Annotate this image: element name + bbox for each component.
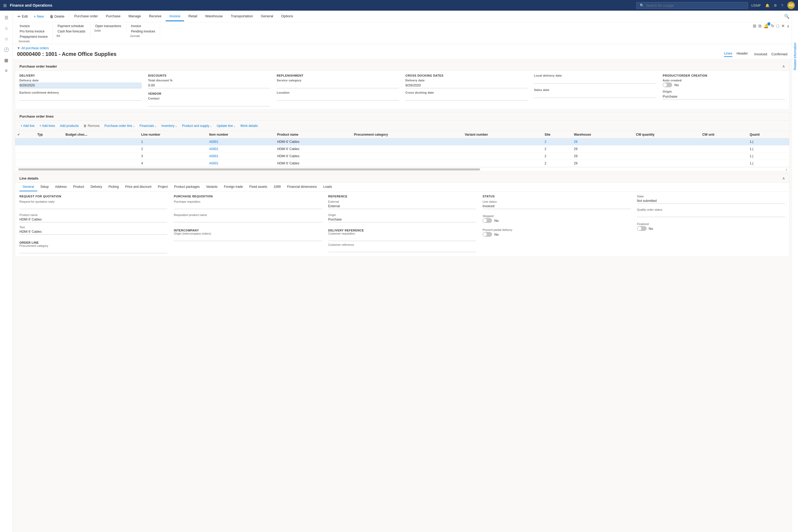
stopped-toggle-track[interactable] <box>482 218 492 223</box>
table-row[interactable]: 3 A0001 HDMI 6' Cables 2 29 1.( <box>15 153 789 160</box>
sidebar-recent[interactable]: 🕐 <box>2 45 11 54</box>
col-warehouse[interactable]: Warehouse <box>572 131 634 138</box>
ribbon-collapse-icon[interactable]: ∧ <box>787 24 790 28</box>
origin-value[interactable]: Purchase <box>663 94 785 99</box>
ld-tab-foreign-trade[interactable]: Foreign trade <box>221 183 246 191</box>
col-variant[interactable]: Variant number <box>462 131 543 138</box>
ribbon-copy-icon[interactable]: ⧉ <box>758 24 761 28</box>
user-avatar[interactable]: AD <box>787 2 795 9</box>
search-bar[interactable]: 🔍 <box>636 2 748 9</box>
col-cw-unit[interactable]: CW unit <box>700 131 747 138</box>
cell-item-number[interactable]: A0001 <box>207 146 275 153</box>
ld-tab-loads[interactable]: Loads <box>320 183 335 191</box>
table-scrollbar[interactable]: › <box>15 167 789 171</box>
tab-manage[interactable]: Manage <box>125 12 145 21</box>
col-budget[interactable]: Budget chec... <box>63 131 139 138</box>
external-value[interactable]: External <box>328 204 476 209</box>
prevent-partial-toggle-track[interactable] <box>482 232 492 237</box>
ribbon-pro-forma[interactable]: Pro forma invoice <box>18 29 49 34</box>
ld-tab-product-packages[interactable]: Product packages <box>171 183 203 191</box>
ribbon-invoice[interactable]: Invoice <box>18 23 49 29</box>
add-products-button[interactable]: Add products <box>58 123 81 129</box>
ribbon-journal-invoice[interactable]: Invoice <box>130 23 157 29</box>
add-lines-button[interactable]: + Add lines <box>37 123 57 129</box>
ld-tab-financial-dims[interactable]: Financial dimensions <box>284 183 320 191</box>
tab-invoice[interactable]: Invoice <box>166 12 184 21</box>
sidebar-hamburger[interactable]: ☰ <box>2 13 11 22</box>
help-icon[interactable]: ? <box>781 3 783 7</box>
ribbon-close-icon[interactable]: ✕ <box>781 23 785 28</box>
ribbon-refresh-icon[interactable]: ↻ <box>771 23 774 28</box>
ribbon-favorites-icon[interactable]: ⊞ <box>753 23 756 28</box>
table-row[interactable]: 4 A0001 HDMI 6' Cables 2 29 1.( <box>15 160 789 167</box>
ld-tab-project[interactable]: Project <box>155 183 171 191</box>
finalized-toggle-track[interactable] <box>637 226 647 231</box>
text-ld-value[interactable]: HDMI 6' Cables <box>19 229 167 234</box>
new-button[interactable]: + New <box>31 13 46 20</box>
ld-tab-price-discount[interactable]: Price and discount <box>122 183 155 191</box>
ribbon-cashflow-forecasts[interactable]: Cash flow forecasts <box>56 29 87 34</box>
col-typ[interactable]: Typ <box>35 131 63 138</box>
tab-transportation[interactable]: Transportation <box>227 12 256 21</box>
bell-icon[interactable]: 🔔 <box>765 3 770 7</box>
app-grid-icon[interactable]: ⊞ <box>3 3 7 8</box>
ld-tab-address[interactable]: Address <box>52 183 70 191</box>
scrollbar-thumb[interactable] <box>18 168 480 171</box>
sidebar-modules[interactable]: ≡ <box>2 66 11 76</box>
rfq-reply-value[interactable] <box>19 204 167 209</box>
cell-item-number[interactable]: A0001 <box>207 138 275 146</box>
po-header-collapse-icon[interactable]: ∧ <box>782 64 785 68</box>
ld-tab-delivery[interactable]: Delivery <box>87 183 105 191</box>
col-procurement-cat[interactable]: Procurement category <box>352 131 462 138</box>
related-info-label[interactable]: Related information <box>793 42 797 70</box>
col-cw-qty[interactable]: CW quantity <box>634 131 700 138</box>
purchase-order-line-dropdown[interactable]: Purchase order line ⌄ <box>102 123 137 129</box>
ribbon-save-icon[interactable]: □ <box>776 24 779 28</box>
col-quantity[interactable]: Quanti <box>747 131 789 138</box>
ld-tab-general[interactable]: General <box>19 183 37 191</box>
col-site[interactable]: Site <box>543 131 572 138</box>
search-input[interactable] <box>646 3 744 7</box>
total-discount-value[interactable]: 0.00 <box>148 82 270 88</box>
financials-dropdown[interactable]: Financials ⌄ <box>137 123 159 129</box>
state-value[interactable]: Not submitted <box>637 198 785 204</box>
search-ribbon-icon[interactable]: 🔍 <box>784 14 790 19</box>
tab-general[interactable]: General <box>257 12 277 21</box>
col-item-number[interactable]: Item number <box>207 131 275 138</box>
ld-tab-fixed-assets[interactable]: Fixed assets <box>246 183 270 191</box>
line-details-collapse-icon[interactable]: ∧ <box>782 176 785 180</box>
tab-purchase[interactable]: Purchase <box>102 12 124 21</box>
table-row[interactable]: 2 A0001 HDMI 6' Cables 2 29 1.( <box>15 146 789 153</box>
ld-tab-variants[interactable]: Variants <box>203 183 221 191</box>
tab-options[interactable]: Options <box>278 12 297 21</box>
cross-delivery-date-value[interactable]: 9/29/2020 <box>405 82 528 88</box>
gear-icon[interactable]: ⚙ <box>774 3 777 7</box>
remove-button[interactable]: 🗑 Remove <box>81 123 102 129</box>
procurement-cat-ld-value[interactable] <box>19 248 167 253</box>
ref-origin-value[interactable]: Purchase <box>328 217 476 222</box>
update-line-dropdown[interactable]: Update line ⌄ <box>215 123 238 129</box>
delivery-date-value[interactable]: 9/29/2020 <box>19 82 142 88</box>
ld-tab-picking[interactable]: Picking <box>105 183 122 191</box>
tab-header[interactable]: Header <box>737 51 748 57</box>
customer-req-value[interactable] <box>328 236 476 241</box>
tab-purchase-order[interactable]: Purchase order <box>71 12 101 21</box>
product-name-ld-value[interactable]: HDMI 6' Cables <box>19 217 167 222</box>
sidebar-home[interactable]: ⌂ <box>2 23 11 33</box>
ribbon-open-transactions[interactable]: Open transactions <box>94 23 122 29</box>
ld-tab-1099[interactable]: 1099 <box>270 183 284 191</box>
customer-ref-value[interactable] <box>328 247 476 252</box>
req-product-name-value[interactable] <box>174 217 322 222</box>
breadcrumb[interactable]: ▼ All purchase orders <box>17 46 787 50</box>
col-line-number[interactable]: Line number <box>139 131 207 138</box>
work-details-button[interactable]: Work details <box>238 123 260 129</box>
ribbon-payment-schedule[interactable]: Payment schedule <box>56 23 87 29</box>
intercompany-origin-value[interactable] <box>174 236 322 241</box>
edit-button[interactable]: ✏ Edit <box>15 13 30 20</box>
line-status-value[interactable]: Invoiced <box>482 204 630 209</box>
delete-button[interactable]: 🗑 Delete <box>47 13 67 20</box>
auto-created-toggle-track[interactable] <box>663 82 672 87</box>
add-line-button[interactable]: + Add line <box>18 123 37 129</box>
sidebar-workspaces[interactable]: ▦ <box>2 55 11 65</box>
ld-tab-setup[interactable]: Setup <box>37 183 52 191</box>
